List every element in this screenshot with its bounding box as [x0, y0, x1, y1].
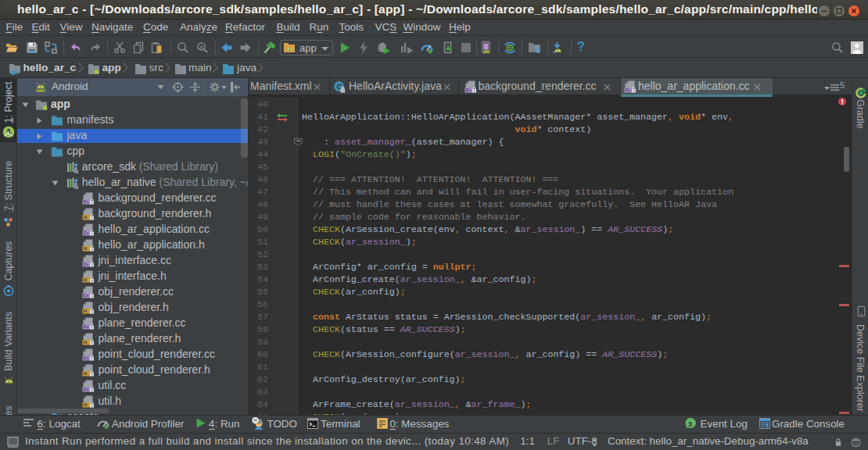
- svg-text:H: H: [84, 371, 87, 376]
- svg-text:H: H: [84, 402, 87, 407]
- svg-text:H: H: [84, 309, 87, 313]
- svg-text:C+: C+: [84, 355, 89, 360]
- svg-text:C+: C+: [84, 324, 89, 329]
- svg-text:C+: C+: [84, 230, 89, 235]
- svg-text:3: 3: [688, 420, 692, 428]
- svg-text:C+: C+: [84, 387, 89, 391]
- svg-text:N: N: [74, 184, 78, 191]
- svg-text:H: H: [84, 277, 87, 282]
- svg-text:A: A: [199, 44, 204, 51]
- svg-text:C+: C+: [84, 262, 89, 266]
- svg-text:H: H: [84, 246, 87, 251]
- svg-text:H: H: [84, 340, 87, 345]
- svg-text:C+: C+: [626, 88, 631, 92]
- svg-text:N: N: [74, 168, 78, 175]
- svg-text:C+: C+: [466, 88, 472, 92]
- svg-text:H: H: [84, 215, 87, 220]
- svg-text:C+: C+: [84, 199, 89, 204]
- svg-text:C+: C+: [84, 293, 89, 298]
